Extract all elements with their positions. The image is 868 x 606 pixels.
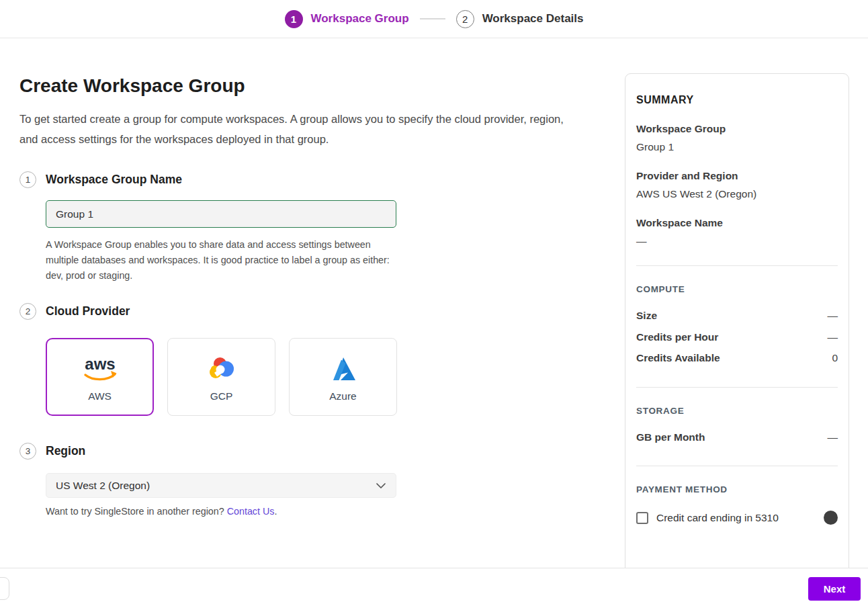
gcp-logo-icon <box>206 351 238 386</box>
provider-card-gcp[interactable]: GCP <box>167 338 275 416</box>
step-1-indicator: 1 <box>285 10 303 28</box>
chevron-down-icon <box>376 482 386 489</box>
region-helper-prefix: Want to try SingleStore in another regio… <box>46 506 227 517</box>
summary-storage-rows: GB per Month — <box>636 427 838 448</box>
cloud-provider-section-header: 2 Cloud Provider <box>19 303 130 320</box>
summary-storage-header: STORAGE <box>636 406 838 416</box>
region-helper-suffix: . <box>274 506 277 517</box>
summary-compute-rows: Size — Credits per Hour — Credits Availa… <box>636 305 838 369</box>
summary-size-label: Size <box>636 305 657 327</box>
summary-workspace-group-label: Workspace Group <box>636 123 838 135</box>
summary-row-credits-available: Credits Available 0 <box>636 347 838 369</box>
summary-credits-available-value: 0 <box>832 347 838 369</box>
summary-gb-per-month-label: GB per Month <box>636 427 705 448</box>
form-step-1-number: 1 <box>19 171 36 188</box>
stepper-connector-line <box>420 18 445 19</box>
summary-credits-per-hour-value: — <box>828 327 838 348</box>
summary-workspace-name-label: Workspace Name <box>636 217 838 229</box>
summary-size-value: — <box>828 305 838 327</box>
summary-title: SUMMARY <box>636 94 838 106</box>
provider-label-gcp: GCP <box>210 390 233 402</box>
summary-divider <box>636 265 838 266</box>
page-description: To get started create a group for comput… <box>19 109 569 149</box>
summary-divider <box>636 387 838 388</box>
workspace-group-name-section-header: 1 Workspace Group Name <box>19 171 182 188</box>
page-title: Create Workspace Group <box>19 75 245 97</box>
summary-payment-method-header: PAYMENT METHOD <box>636 484 838 494</box>
contact-us-link[interactable]: Contact Us <box>227 506 275 517</box>
summary-field-workspace-group: Workspace Group Group 1 <box>636 123 838 153</box>
workspace-group-name-label: Workspace Group Name <box>46 173 182 187</box>
summary-row-gb-per-month: GB per Month — <box>636 427 838 448</box>
step-1-label[interactable]: Workspace Group <box>311 12 409 26</box>
region-section-header: 3 Region <box>19 443 85 460</box>
summary-field-workspace-name: Workspace Name — <box>636 217 838 247</box>
payment-method-label: Credit card ending in 5310 <box>656 512 779 524</box>
provider-card-aws[interactable]: aws AWS <box>46 338 154 416</box>
payment-method-row: Credit card ending in 5310 <box>636 511 838 525</box>
step-2-label[interactable]: Workspace Details <box>482 12 584 26</box>
workspace-group-name-helper-text: A Workspace Group enables you to share d… <box>46 237 402 284</box>
summary-provider-region-label: Provider and Region <box>636 170 838 182</box>
provider-card-azure[interactable]: Azure <box>289 338 397 416</box>
info-icon[interactable] <box>824 511 838 525</box>
form-step-3-number: 3 <box>19 443 36 460</box>
summary-panel: SUMMARY Workspace Group Group 1 Provider… <box>625 73 849 591</box>
create-workspace-group-form: Create Workspace Group To get started cr… <box>19 75 584 559</box>
summary-workspace-group-value: Group 1 <box>636 141 838 153</box>
step-2-indicator: 2 <box>456 10 474 28</box>
summary-gb-per-month-value: — <box>828 427 838 448</box>
summary-row-size: Size — <box>636 305 838 327</box>
summary-field-provider-region: Provider and Region AWS US West 2 (Orego… <box>636 170 838 200</box>
aws-logo-icon: aws <box>78 351 122 386</box>
summary-compute-header: COMPUTE <box>636 284 838 294</box>
summary-credits-per-hour-label: Credits per Hour <box>636 327 718 348</box>
payment-method-checkbox[interactable] <box>636 512 648 524</box>
cutoff-button[interactable] <box>0 577 9 600</box>
region-select-dropdown[interactable]: US West 2 (Oregon) <box>46 473 396 498</box>
summary-workspace-name-value: — <box>636 235 838 247</box>
wizard-top-bar: 1 Workspace Group 2 Workspace Details <box>0 0 868 38</box>
wizard-stepper: 1 Workspace Group 2 Workspace Details <box>285 10 584 28</box>
provider-label-aws: AWS <box>88 390 112 402</box>
svg-text:aws: aws <box>85 355 115 373</box>
form-step-2-number: 2 <box>19 303 36 320</box>
workspace-group-name-input[interactable] <box>46 200 396 228</box>
region-selected-value: US West 2 (Oregon) <box>56 480 150 492</box>
cloud-provider-options: aws AWS GCP <box>46 338 397 416</box>
cloud-provider-label: Cloud Provider <box>46 304 130 318</box>
wizard-footer-bar: Next <box>0 568 868 606</box>
next-button[interactable]: Next <box>808 577 861 601</box>
summary-credits-available-label: Credits Available <box>636 347 720 369</box>
azure-logo-icon <box>327 351 359 386</box>
summary-row-credits-per-hour: Credits per Hour — <box>636 327 838 348</box>
summary-divider <box>636 466 838 466</box>
region-helper-text: Want to try SingleStore in another regio… <box>46 506 277 517</box>
region-label: Region <box>46 444 85 458</box>
summary-provider-region-value: AWS US West 2 (Oregon) <box>636 188 838 200</box>
provider-label-azure: Azure <box>329 390 357 402</box>
